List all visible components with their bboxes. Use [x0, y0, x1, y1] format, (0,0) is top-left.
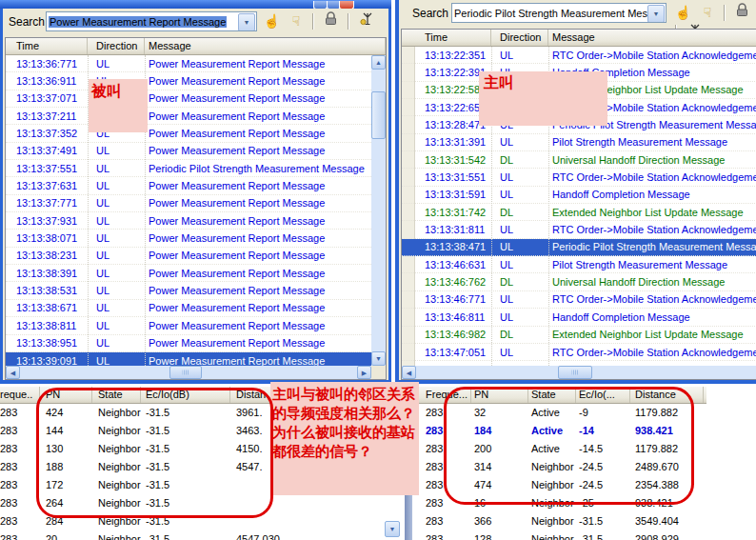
message-row[interactable]: 13:13:37:352ULPower Measurement Report M… — [6, 125, 371, 142]
cell: 13:13:31:551 — [402, 171, 491, 183]
point-up-hand-icon[interactable]: ☝ — [673, 3, 693, 23]
right-search-combobox[interactable]: Periodic Pilot Strength Measurement Mess… — [451, 3, 666, 23]
message-row[interactable]: 13:13:38:811ULPower Measurement Report M… — [6, 317, 371, 334]
table-row[interactable]: 28320Neighbor-31.54547.030 — [0, 530, 345, 540]
message-row[interactable]: 13:13:31:742DLExtended Neighbor List Upd… — [402, 204, 756, 221]
horizontal-scrollbar[interactable]: ◀ — [402, 366, 756, 379]
column-header[interactable]: Time — [402, 30, 491, 46]
cell: -31.5 — [576, 533, 630, 540]
cell: Power Measurement Report Message — [145, 285, 371, 296]
horizontal-scrollbar[interactable]: ◀ ▶ — [6, 366, 371, 379]
message-row[interactable]: 13:13:37:491ULPower Measurement Report M… — [6, 143, 371, 160]
message-row[interactable]: 13:13:38:071ULPower Measurement Report M… — [6, 230, 371, 247]
message-row[interactable]: 13:13:47:051ULRTC Order->Mobile Station … — [402, 344, 756, 361]
table-row[interactable]: 283128Neighbor-31.52908.929 — [419, 530, 706, 540]
message-row[interactable]: 13:13:22:351ULRTC Order->Mobile Station … — [402, 47, 756, 64]
message-row[interactable]: 13:13:31:551ULRTC Order->Mobile Station … — [402, 169, 756, 186]
column-header[interactable]: Message — [548, 30, 756, 46]
chevron-down-icon[interactable]: ▼ — [238, 13, 255, 31]
right-message-list-header: TimeDirectionMessage — [402, 30, 756, 47]
message-row[interactable]: 13:13:36:911ULPower Measurement Report M… — [6, 72, 371, 90]
message-row[interactable]: 13:13:31:391ULPilot Strength Measurement… — [402, 134, 756, 151]
message-row[interactable]: 13:13:38:951ULPower Measurement Report M… — [6, 335, 371, 352]
column-header[interactable]: Time — [6, 38, 88, 54]
cell: DL — [491, 154, 548, 166]
message-row[interactable]: 13:13:38:471ULPeriodic Pilot Strength Me… — [402, 239, 756, 256]
message-row[interactable]: 13:13:36:771ULPower Measurement Report M… — [6, 55, 371, 72]
message-row[interactable]: 13:13:46:982DLExtended Neighbor List Upd… — [402, 327, 756, 344]
scroll-down-button[interactable]: ▼ — [385, 521, 400, 537]
message-row[interactable]: 13:13:46:762DLUniversal Handoff Directio… — [402, 273, 756, 290]
antenna-icon[interactable] — [356, 11, 376, 31]
message-row[interactable]: 13:13:31:811ULRTC Order->Mobile Station … — [402, 221, 756, 238]
table-row[interactable]: 283366Neighbor-31.53549.404 — [419, 512, 706, 530]
column-header[interactable]: Message — [145, 38, 386, 54]
scroll-left-button[interactable]: ◀ — [6, 366, 20, 379]
left-search-combobox[interactable]: Power Measurement Report Message ▼ — [46, 11, 257, 31]
cell: DL — [491, 276, 548, 288]
message-row[interactable]: 13:13:31:542DLUniversal Handoff Directio… — [402, 151, 756, 169]
scrollbar-thumb[interactable] — [371, 91, 386, 139]
search-label: Search — [9, 15, 45, 29]
vertical-scrollbar[interactable]: ▼ — [385, 521, 400, 537]
cell: 13:13:22:651 — [402, 102, 491, 113]
message-row[interactable]: 13:13:37:771ULPower Measurement Report M… — [6, 195, 371, 212]
cell: 2908.929 — [630, 533, 704, 540]
cell: 283 — [0, 515, 40, 527]
cell: UL — [491, 259, 548, 270]
cell: 13:13:38:811 — [6, 320, 88, 331]
column-header[interactable]: reque.. — [0, 387, 40, 403]
lock-icon[interactable] — [732, 3, 752, 23]
scroll-up-button[interactable]: ▲ — [371, 55, 386, 70]
vertical-scrollbar[interactable]: ▲ ▼ — [371, 55, 386, 366]
cell: Neighbor — [92, 533, 141, 540]
cell: Power Measurement Report Message — [145, 232, 371, 244]
scrollbar-thumb[interactable] — [169, 366, 202, 379]
message-row[interactable]: 13:13:46:631ULPilot Strength Measurement… — [402, 256, 756, 273]
message-row[interactable]: 13:13:31:591ULHandoff Completion Message — [402, 187, 756, 204]
lock-icon[interactable] — [321, 11, 341, 31]
right-message-window: Search Periodic Pilot Strength Measureme… — [395, 0, 756, 384]
cell: 13:13:22:582 — [402, 84, 491, 95]
message-row[interactable]: 13:13:38:671ULPower Measurement Report M… — [6, 300, 371, 317]
message-row[interactable]: 13:13:37:211ULPower Measurement Report M… — [6, 108, 371, 125]
message-row[interactable]: 13:13:46:771ULRTC Order->Mobile Station … — [402, 291, 756, 309]
cell: Power Measurement Report Message — [145, 128, 371, 139]
message-row[interactable]: 13:13:38:391ULPower Measurement Report M… — [6, 265, 371, 282]
cell: 283 — [0, 533, 40, 540]
chevron-down-icon[interactable]: ▼ — [647, 5, 665, 23]
cell: UL — [88, 58, 145, 70]
left-toolbar: ☝ ☟ — [262, 11, 376, 32]
message-row[interactable]: 13:13:37:931ULPower Measurement Report M… — [6, 212, 371, 230]
point-up-hand-icon[interactable]: ☝ — [262, 11, 282, 31]
cell: UL — [88, 180, 145, 191]
cell: 13:13:31:591 — [402, 189, 491, 200]
message-row[interactable]: 13:13:38:531ULPower Measurement Report M… — [6, 282, 371, 299]
left-window-titlebar[interactable] — [0, 0, 391, 9]
left-window-body: Search Power Measurement Report Message … — [3, 9, 388, 380]
column-header[interactable]: Direction — [491, 30, 548, 46]
cell: 13:13:38:071 — [6, 232, 88, 244]
scroll-down-button[interactable]: ▼ — [371, 351, 386, 366]
message-row[interactable]: 13:13:37:631ULPower Measurement Report M… — [6, 177, 371, 194]
message-row[interactable]: 13:13:38:231ULPower Measurement Report M… — [6, 248, 371, 265]
cell: Power Measurement Report Message — [145, 355, 371, 366]
column-header[interactable]: Direction — [88, 38, 145, 54]
message-row[interactable]: 13:13:46:811ULHandoff Completion Message — [402, 309, 756, 326]
point-down-hand-icon[interactable]: ☟ — [286, 11, 306, 31]
scroll-left-button[interactable]: ◀ — [402, 366, 416, 379]
message-row[interactable]: 13:13:37:071ULPower Measurement Report M… — [6, 90, 371, 108]
cell: Periodic Pilot Strength Measurement Mess… — [145, 163, 371, 174]
point-down-hand-icon[interactable]: ☟ — [697, 3, 717, 23]
cell: UL — [88, 145, 145, 156]
toolbar-separator — [724, 5, 726, 21]
message-row[interactable]: 13:13:39:091ULPower Measurement Report M… — [6, 352, 371, 366]
cell: Extended Neighbor List Update Message — [548, 207, 756, 218]
cell: 13:13:37:631 — [6, 180, 88, 191]
scroll-right-button[interactable]: ▶ — [357, 366, 371, 379]
scrollbar-thumb[interactable] — [558, 366, 592, 379]
cell: Handoff Completion Message — [548, 189, 756, 200]
message-row[interactable]: 13:13:37:551ULPeriodic Pilot Strength Me… — [6, 160, 371, 177]
question-annotation: 主叫与被叫的邻区关系的导频强度相关那么？为什么被叫接收的基站都很差的信号？ — [270, 382, 419, 495]
cell: 13:13:37:771 — [6, 197, 88, 209]
